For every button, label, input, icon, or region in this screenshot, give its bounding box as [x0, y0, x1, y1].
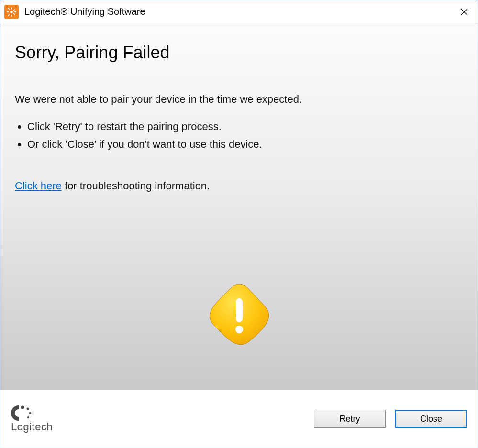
svg-rect-2	[11, 14, 12, 17]
svg-point-0	[10, 11, 13, 13]
unifying-icon	[4, 5, 19, 19]
warning-icon	[206, 282, 273, 349]
instruction-list: Click 'Retry' to restart the pairing pro…	[18, 119, 463, 152]
troubleshoot-text: for troubleshooting information.	[62, 180, 210, 192]
svg-rect-9	[236, 298, 243, 322]
svg-point-14	[27, 416, 29, 418]
instruction-item: Or click 'Close' if you don't want to us…	[27, 136, 463, 152]
close-icon	[460, 8, 468, 16]
svg-point-12	[26, 407, 29, 410]
svg-point-10	[235, 326, 243, 333]
instruction-item: Click 'Retry' to restart the pairing pro…	[27, 119, 463, 134]
logitech-mark-icon	[11, 404, 37, 422]
svg-rect-1	[11, 7, 12, 9]
svg-rect-5	[8, 7, 10, 10]
svg-point-11	[21, 406, 24, 409]
footer: Logitech Retry Close	[0, 390, 478, 448]
svg-rect-3	[7, 11, 9, 12]
intro-text: We were not able to pair your device in …	[15, 91, 463, 107]
window-close-button[interactable]	[451, 0, 478, 23]
retry-button[interactable]: Retry	[314, 410, 386, 428]
brand-name: Logitech	[11, 421, 53, 433]
svg-point-13	[29, 412, 31, 414]
titlebar: Logitech® Unifying Software	[0, 0, 478, 23]
close-button[interactable]: Close	[395, 410, 467, 428]
app-window: Logitech® Unifying Software Sorry, Pairi…	[0, 0, 478, 448]
warning-icon-wrap	[0, 282, 478, 349]
content-area: Sorry, Pairing Failed We were not able t…	[0, 23, 478, 390]
brand-logo: Logitech	[11, 404, 53, 433]
troubleshoot-line: Click here for troubleshooting informati…	[15, 178, 463, 194]
page-title: Sorry, Pairing Failed	[15, 43, 463, 63]
svg-rect-4	[14, 11, 17, 12]
svg-rect-8	[8, 14, 10, 16]
svg-rect-6	[13, 12, 15, 15]
window-title: Logitech® Unifying Software	[24, 6, 451, 17]
svg-rect-7	[13, 9, 15, 11]
troubleshoot-link[interactable]: Click here	[15, 180, 62, 192]
